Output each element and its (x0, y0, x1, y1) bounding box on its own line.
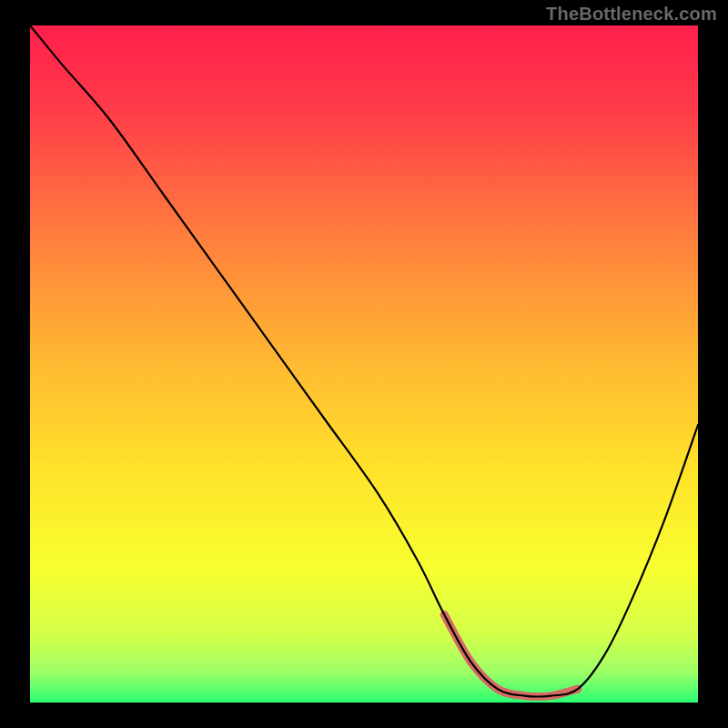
watermark-text: TheBottleneck.com (546, 4, 717, 25)
chart-stage: TheBottleneck.com (0, 0, 728, 728)
chart-svg (0, 0, 728, 728)
plot-area (30, 25, 698, 703)
